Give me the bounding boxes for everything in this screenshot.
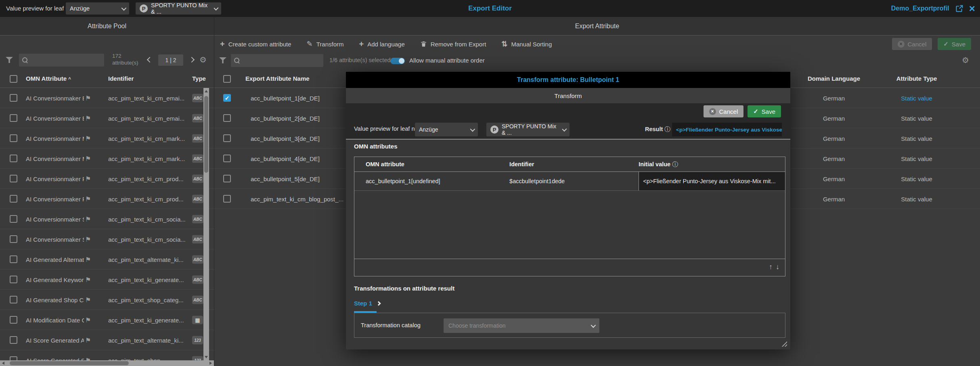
cancel-button[interactable]: × Cancel (892, 38, 932, 50)
omn-table-row[interactable]: acc_bulletpoint_1[undefined]$accbulletpo… (354, 172, 785, 191)
row-checkbox[interactable] (10, 94, 17, 102)
type-badge: 123 (192, 336, 203, 344)
check-icon: ✓ (943, 40, 949, 48)
domain-language: German (787, 94, 880, 101)
domain-language: German (787, 195, 880, 202)
scrollbar-thumb[interactable] (10, 361, 129, 365)
row-checkbox[interactable] (10, 255, 17, 263)
column-identifier: Identifier (108, 75, 134, 82)
remove-from-export-button[interactable]: Remove from Export (420, 40, 486, 48)
identifier: acc_pim_text_ki_generate... (108, 316, 184, 323)
row-checkbox[interactable] (10, 296, 17, 303)
omn-attribute-name: AI Conversionmaker M... (26, 155, 84, 162)
row-checkbox[interactable] (10, 155, 17, 162)
table-row[interactable]: AI Conversionmaker E...⚑acc_pim_text_ki_… (0, 88, 214, 108)
manual-sorting-button[interactable]: ⇅ Manual Sorting (501, 40, 552, 48)
attribute-type[interactable]: Static value (880, 94, 953, 101)
row-checkbox[interactable] (10, 356, 17, 360)
export-search[interactable] (231, 54, 323, 67)
info-icon: ⓘ (664, 125, 670, 132)
page-next-icon[interactable] (189, 57, 195, 63)
row-checkbox[interactable] (10, 195, 17, 203)
product-select[interactable]: P SPORTY PUNTO Mix & ... (136, 2, 221, 15)
filter-icon[interactable] (6, 57, 13, 63)
row-checkbox[interactable] (10, 276, 17, 283)
share-icon[interactable] (955, 4, 963, 13)
table-row[interactable]: AI Generated Alternate...⚑acc_pim_text_a… (0, 249, 214, 270)
save-button[interactable]: ✓ Save (938, 38, 971, 50)
table-row[interactable]: AI Conversionmaker S...⚑acc_pim_text_ki_… (0, 229, 214, 249)
flag-icon: ⚑ (85, 356, 91, 360)
table-row[interactable]: AI Generated Keywords⚑acc_pim_text_ki_ge… (0, 270, 214, 290)
row-checkbox[interactable] (223, 134, 231, 142)
domain-language: German (787, 115, 880, 121)
table-row[interactable]: AI Conversionmaker Pr...⚑acc_pim_text_ki… (0, 189, 214, 209)
flag-icon: ⚑ (85, 235, 91, 243)
table-row[interactable]: AI Generated Shop Cat...⚑acc_pim_text_sh… (0, 290, 214, 310)
move-down-icon[interactable]: ↓ (776, 263, 779, 271)
attribute-pool-title: Attribute Pool (0, 17, 214, 36)
table-row[interactable]: AI Modification Date G...⚑acc_pim_text_k… (0, 310, 214, 330)
attribute-type: Static value (880, 115, 953, 121)
table-row[interactable]: AI Score Generated Sh...⚑acc_pim_text_sh… (0, 350, 214, 360)
attribute-pool-search[interactable] (19, 54, 104, 67)
omn-initial-value: <p>Fließender Punto-Jersey aus Viskose-M… (639, 172, 785, 190)
row-checkbox[interactable] (10, 336, 17, 344)
search-icon (234, 58, 240, 64)
scroll-down-icon[interactable] (205, 356, 208, 358)
flag-icon: ⚑ (85, 195, 91, 203)
table-row[interactable]: AI Conversionmaker E...⚑acc_pim_text_ki_… (0, 108, 214, 128)
scroll-left-icon[interactable] (2, 362, 4, 365)
modal-product-select[interactable]: P SPORTY PUNTO Mix & ... (486, 123, 570, 136)
gear-icon[interactable]: ⚙ (199, 56, 207, 64)
row-checkbox[interactable] (10, 316, 17, 324)
filter-icon[interactable] (219, 57, 226, 63)
row-checkbox[interactable] (10, 215, 17, 223)
row-checkbox[interactable] (223, 175, 231, 182)
gear-icon[interactable]: ⚙ (962, 56, 969, 64)
create-custom-attribute-button[interactable]: + Create custom attribute (220, 41, 291, 48)
transform-button[interactable]: ✎ Transform (307, 40, 344, 48)
type-badge: ABC (192, 275, 203, 284)
table-row[interactable]: AI Conversionmaker Pr...⚑acc_pim_text_ki… (0, 169, 214, 189)
export-attribute-name: acc_bulletpoint_2[de_DE] (251, 115, 320, 121)
scrollbar-thumb[interactable] (204, 96, 208, 173)
move-up-icon[interactable]: ↑ (769, 263, 773, 271)
omn-attribute-name: AI Modification Date G... (26, 316, 84, 323)
table-row[interactable]: AI Conversionmaker S...⚑acc_pim_text_ki_… (0, 209, 214, 229)
attribute-type: Static value (880, 155, 953, 162)
manual-order-toggle[interactable] (390, 58, 405, 64)
vertical-scrollbar[interactable] (203, 88, 209, 360)
page-title: Export Editor (468, 0, 512, 17)
transformation-catalog-select[interactable]: Choose transformation (444, 318, 599, 333)
leaf-node-select[interactable]: Anzüge (66, 2, 129, 15)
add-language-button[interactable]: + Add language (359, 41, 404, 48)
export-attribute-name: acc_bulletpoint_3[de_DE] (251, 135, 320, 142)
modal-cancel-button[interactable]: × Cancel (704, 105, 744, 117)
table-row[interactable]: AI Conversionmaker M...⚑acc_pim_text_ki_… (0, 148, 214, 169)
select-all-checkbox[interactable] (223, 75, 231, 83)
resize-handle[interactable] (781, 340, 787, 347)
row-checkbox[interactable] (223, 155, 231, 162)
table-row[interactable]: AI Score Generated Alt...⚑acc_pim_text_a… (0, 330, 214, 350)
export-editor-app: Value preview for leaf node Anzüge P SPO… (0, 0, 980, 366)
horizontal-scrollbar[interactable] (0, 360, 214, 366)
row-checkbox[interactable] (10, 134, 17, 142)
row-checkbox[interactable] (223, 195, 231, 203)
row-checkbox[interactable] (223, 94, 231, 102)
table-row[interactable]: AI Conversionmaker M...⚑acc_pim_text_ki_… (0, 128, 214, 148)
chevron-down-icon (591, 322, 596, 328)
row-checkbox[interactable] (10, 114, 17, 122)
page-previous-icon[interactable] (147, 57, 153, 63)
row-checkbox[interactable] (223, 114, 231, 122)
scroll-up-icon[interactable] (205, 90, 208, 92)
step-1-tab[interactable]: Step 1 (354, 300, 380, 307)
close-icon[interactable]: × (969, 4, 975, 13)
row-checkbox[interactable] (10, 175, 17, 182)
modal-leaf-node-select[interactable]: Anzüge (415, 123, 478, 136)
scroll-right-icon[interactable] (209, 362, 212, 365)
modal-save-button[interactable]: ✓ Save (748, 105, 781, 117)
row-checkbox[interactable] (10, 235, 17, 243)
select-all-checkbox[interactable] (10, 75, 17, 83)
profile-name-link[interactable]: Demo_Exportprofil (891, 5, 949, 12)
